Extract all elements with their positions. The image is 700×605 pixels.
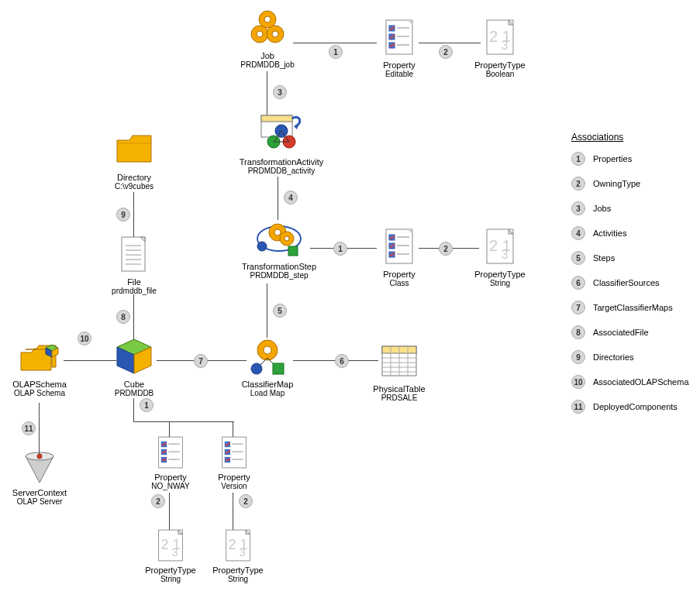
node-subtitle: Class bbox=[357, 279, 442, 287]
document-213-icon: 2 1 3 bbox=[457, 15, 543, 59]
edge-badge: 6 bbox=[335, 354, 349, 368]
node-property-class: Property Class bbox=[357, 225, 442, 287]
node-ptype-string-3: 2 1 3 PropertyType String bbox=[203, 527, 273, 583]
node-job: Job PRDMDDB_job bbox=[225, 6, 310, 69]
folder-icon bbox=[91, 128, 177, 171]
edge-badge: 1 bbox=[329, 45, 343, 59]
legend-label: OwningType bbox=[593, 179, 640, 188]
node-property-version: Property Version bbox=[203, 434, 265, 490]
edge bbox=[278, 177, 278, 220]
checklist-icon bbox=[203, 434, 265, 471]
node-olap-schema: OLAPSchema OLAP Schema bbox=[0, 341, 82, 397]
node-subtitle: PRDSALE bbox=[357, 394, 442, 402]
node-title: PropertyType bbox=[203, 565, 273, 575]
node-title: Property bbox=[357, 60, 442, 70]
legend-label: ClassifierSources bbox=[593, 278, 660, 287]
edge bbox=[293, 43, 377, 43]
node-title: PropertyType bbox=[457, 270, 543, 279]
legend-label: DeployedComponents bbox=[593, 402, 678, 411]
node-subtitle: String bbox=[136, 575, 205, 583]
legend-row: 4Activities bbox=[571, 226, 688, 240]
legend-row: 2OwningType bbox=[571, 177, 688, 191]
edge bbox=[39, 403, 40, 454]
legend-badge: 1 bbox=[571, 152, 585, 166]
document-213-icon: 2 1 3 bbox=[203, 527, 273, 564]
legend-row: 3Jobs bbox=[571, 201, 688, 215]
node-subtitle: C:\v9cubes bbox=[91, 182, 177, 191]
node-title: PropertyType bbox=[136, 565, 205, 575]
node-title: ServerContext bbox=[0, 488, 82, 497]
edge-badge: 1 bbox=[140, 398, 153, 412]
edge-badge: 9 bbox=[116, 208, 130, 222]
legend-row: 9Directories bbox=[571, 350, 688, 364]
legend-row: 11DeployedComponents bbox=[571, 400, 688, 414]
edge bbox=[64, 360, 116, 361]
document-213-icon: 2 1 3 bbox=[136, 527, 205, 564]
node-classifier-map: ClassifierMap Load Map bbox=[225, 335, 310, 397]
edge bbox=[133, 294, 134, 339]
edge-badge: 5 bbox=[273, 304, 287, 318]
node-subtitle: NO_NWAY bbox=[136, 482, 205, 490]
node-subtitle: PRDMDDB_job bbox=[225, 60, 310, 69]
node-title: TransformationStep bbox=[225, 262, 333, 271]
node-title: Property bbox=[203, 473, 265, 482]
checklist-icon bbox=[357, 15, 442, 59]
legend-row: 10AssociatedOLAPSchema bbox=[571, 375, 688, 389]
legend-label: AssociatedFile bbox=[593, 328, 649, 337]
graph-table-icon bbox=[223, 112, 340, 156]
node-subtitle: OLAP Schema bbox=[0, 389, 82, 397]
edge-badge: 10 bbox=[78, 332, 91, 345]
node-subtitle: PRDMDDB bbox=[91, 389, 177, 397]
edge bbox=[267, 71, 267, 115]
legend-row: 1Properties bbox=[571, 152, 688, 166]
checklist-icon bbox=[136, 434, 205, 471]
legend-badge: 2 bbox=[571, 177, 585, 191]
node-title: File bbox=[91, 277, 177, 287]
legend-badge: 9 bbox=[571, 350, 585, 364]
edge-badge: 1 bbox=[333, 242, 347, 256]
checklist-icon bbox=[357, 225, 442, 268]
edge bbox=[169, 421, 170, 437]
node-server-context: ServerContext OLAP Server bbox=[0, 449, 82, 506]
svg-text:3: 3 bbox=[502, 39, 509, 52]
node-title: TransformationActivity bbox=[223, 157, 340, 167]
legend-row: 5Steps bbox=[571, 251, 688, 265]
node-subtitle: OLAP Server bbox=[0, 497, 82, 506]
node-title: OLAPSchema bbox=[0, 380, 82, 389]
node-subtitle: Version bbox=[203, 482, 265, 490]
edge-badge: 11 bbox=[22, 421, 36, 435]
folders-cube-icon bbox=[0, 341, 82, 378]
node-subtitle: prdmddb_file bbox=[91, 287, 177, 295]
legend-badge: 8 bbox=[571, 325, 585, 339]
node-transformation-activity: TransformationActivity PRDMDDB_activity bbox=[223, 112, 340, 175]
node-subtitle: String bbox=[457, 279, 543, 287]
node-title: Property bbox=[357, 270, 442, 279]
legend-label: AssociatedOLAPSchema bbox=[593, 377, 689, 387]
svg-point-1 bbox=[257, 31, 263, 37]
document-213-icon: 2 1 3 bbox=[457, 225, 543, 268]
svg-text:3: 3 bbox=[171, 546, 178, 559]
svg-point-32 bbox=[257, 242, 267, 251]
svg-rect-64 bbox=[273, 363, 284, 374]
svg-point-29 bbox=[274, 229, 281, 235]
gear-orbit-icon bbox=[225, 217, 333, 260]
svg-point-60 bbox=[264, 346, 271, 354]
node-title: Cube bbox=[91, 380, 177, 389]
legend: Associations 1Properties 2OwningType 3Jo… bbox=[571, 132, 688, 425]
node-subtitle: Load Map bbox=[225, 389, 310, 397]
node-physical-table: PhysicalTable PRDSALE bbox=[357, 339, 442, 402]
legend-header: Associations bbox=[571, 132, 688, 143]
node-title: PropertyType bbox=[457, 60, 543, 70]
node-subtitle: Boolean bbox=[457, 70, 543, 78]
edge-badge: 2 bbox=[239, 494, 253, 508]
legend-label: TargetClassifierMaps bbox=[593, 303, 673, 312]
edge bbox=[169, 493, 170, 530]
svg-rect-46 bbox=[122, 237, 145, 271]
gear-map-icon bbox=[225, 335, 310, 378]
svg-text:3: 3 bbox=[239, 546, 245, 559]
edge bbox=[133, 192, 134, 237]
node-property-nonway: Property NO_NWAY bbox=[136, 434, 205, 490]
edge bbox=[133, 421, 234, 422]
svg-point-31 bbox=[284, 236, 289, 241]
legend-label: Steps bbox=[593, 253, 615, 263]
